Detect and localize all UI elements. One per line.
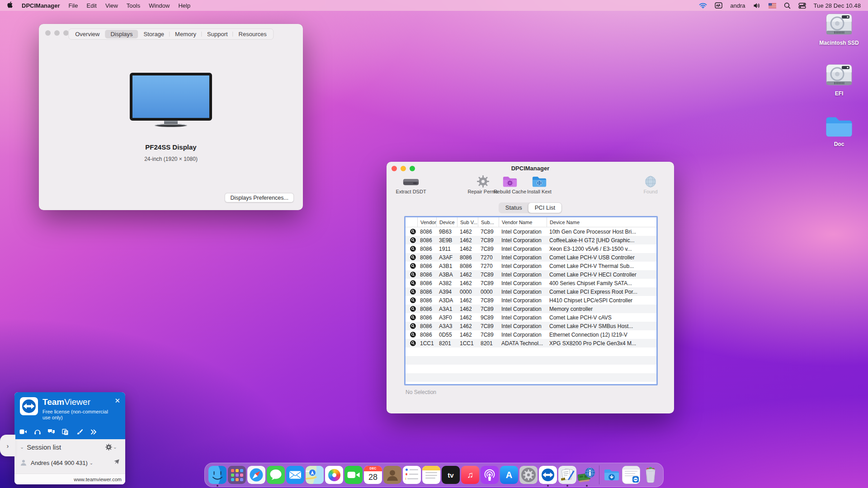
remote-cursor-icon[interactable] xyxy=(113,459,120,467)
dock-contacts[interactable] xyxy=(383,466,401,484)
dock-messages[interactable] xyxy=(267,466,285,484)
table-row[interactable]: 8086A3F014629C89Intel CorporationComet L… xyxy=(406,313,656,322)
table-cell: Intel Corporation xyxy=(499,306,547,312)
dock-safari[interactable] xyxy=(247,466,265,484)
spotlight-search-icon[interactable] xyxy=(784,2,791,9)
column-header[interactable]: Sub V... xyxy=(457,217,478,227)
table-row[interactable]: 8086A38214627C89Intel Corporation400 Ser… xyxy=(406,279,656,287)
paintbrush-icon[interactable] xyxy=(75,428,83,435)
teamviewer-website-link[interactable]: www.teamviewer.com xyxy=(74,477,122,482)
volume-icon[interactable] xyxy=(753,3,761,9)
table-cell: Intel Corporation xyxy=(499,237,547,244)
menu-file[interactable]: File xyxy=(69,2,78,9)
dock-teamviewer[interactable] xyxy=(539,466,557,484)
stats-monitor-icon[interactable] xyxy=(715,2,722,9)
dock-music[interactable]: ♫ xyxy=(461,466,479,484)
zoom-button[interactable] xyxy=(63,30,69,36)
dock-mail[interactable] xyxy=(286,466,304,484)
tab-memory[interactable]: Memory xyxy=(170,30,202,38)
session-user-row[interactable]: Andres (464 900 431) ⌄ xyxy=(14,456,125,469)
monitor-stand-neck xyxy=(164,121,178,124)
menu-edit[interactable]: Edit xyxy=(86,2,96,9)
dock-calendar[interactable]: DEC28 xyxy=(364,466,382,484)
dock-kext-helper[interactable] xyxy=(558,466,576,484)
column-header[interactable]: Vendor Name xyxy=(499,217,547,227)
menu-help[interactable]: Help xyxy=(178,2,190,9)
video-camera-icon[interactable] xyxy=(19,428,27,435)
table-cell: 1462 xyxy=(457,280,478,286)
tab-pci-list[interactable]: PCI List xyxy=(528,203,562,213)
toolbar-label: Extract DSDT xyxy=(396,189,426,194)
table-cell: 8201 xyxy=(436,340,457,347)
table-row[interactable]: 8086A39400000000Intel CorporationComet L… xyxy=(406,287,656,296)
chevron-down-icon[interactable]: ⌄ xyxy=(20,444,24,450)
panel-collapse-handle[interactable]: › xyxy=(0,435,15,456)
more-chevrons-icon[interactable] xyxy=(90,428,97,435)
table-row[interactable]: 8086A3AF80867270Intel CorporationComet L… xyxy=(406,253,656,262)
dock-downloads[interactable] xyxy=(603,466,621,484)
column-header[interactable]: Vendor xyxy=(417,217,436,227)
session-settings[interactable]: ⌄ xyxy=(105,444,120,450)
dock-finder[interactable] xyxy=(208,466,226,484)
tab-displays[interactable]: Displays xyxy=(105,30,138,38)
tab-storage[interactable]: Storage xyxy=(138,30,170,38)
menu-window[interactable]: Window xyxy=(149,2,170,9)
dock-photos[interactable] xyxy=(325,466,343,484)
table-row[interactable]: 80860D5514627C89Intel CorporationEtherne… xyxy=(406,330,656,339)
dock-system-preferences[interactable] xyxy=(519,466,538,484)
dock-podcasts[interactable] xyxy=(481,466,499,484)
desktop-icon-efi[interactable]: EFI xyxy=(818,64,860,97)
table-row[interactable]: 8086A3B180867270Intel CorporationComet L… xyxy=(406,262,656,270)
dock-notes[interactable] xyxy=(422,466,440,484)
tab-overview[interactable]: Overview xyxy=(70,30,105,38)
close-button[interactable] xyxy=(45,30,51,36)
menu-view[interactable]: View xyxy=(105,2,118,9)
desktop-icon-macintosh-ssd[interactable]: Macintosh SSD xyxy=(818,14,860,46)
displays-preferences-button[interactable]: Displays Preferences... xyxy=(225,193,294,202)
table-row[interactable]: 8086A3BA14627C89Intel CorporationComet L… xyxy=(406,270,656,279)
dock-facetime[interactable] xyxy=(344,466,363,484)
tab-resources[interactable]: Resources xyxy=(233,30,272,38)
table-cell: XPG SX8200 Pro PCIe Gen3x4 M... xyxy=(547,340,656,347)
menu-username[interactable]: andra xyxy=(730,2,745,9)
dock-minimized-window[interactable] xyxy=(622,466,640,484)
table-row[interactable]: 80863E9B14627C89Intel CorporationCoffeeL… xyxy=(406,236,656,244)
desktop-icon-doc[interactable]: Doc xyxy=(818,116,860,147)
chevron-down-icon[interactable]: ⌄ xyxy=(90,460,93,465)
session-list-row[interactable]: ⌄ Session list ⌄ xyxy=(14,439,125,455)
toolbar-install-kext[interactable]: Install Kext xyxy=(520,174,558,194)
dock-app-store[interactable]: A xyxy=(500,466,518,484)
menu-clock[interactable]: Tue 28 Dec 10.48 xyxy=(814,2,861,9)
chat-icon[interactable] xyxy=(47,428,55,435)
control-center-icon[interactable] xyxy=(798,3,806,9)
table-row[interactable]: 80869B6314627C89Intel Corporation10th Ge… xyxy=(406,227,656,236)
minimize-button[interactable] xyxy=(54,30,60,36)
toolbar-extract-dsdt[interactable]: Extract DSDT xyxy=(392,174,430,194)
copy-documents-icon[interactable] xyxy=(61,428,69,435)
table-row[interactable]: 1CC182011CC18201ADATA Technol...XPG SX82… xyxy=(406,339,656,347)
input-flag-icon[interactable] xyxy=(769,3,776,8)
menu-app-name[interactable]: DPCIManager xyxy=(22,2,60,9)
apple-menu-icon[interactable] xyxy=(7,1,13,9)
dock-reminders[interactable] xyxy=(403,466,421,484)
dock-dpcimanager[interactable] xyxy=(578,466,596,484)
table-cell: 7C89 xyxy=(478,297,499,304)
table-row[interactable]: 8086A3A114627C89Intel CorporationMemory … xyxy=(406,305,656,313)
dock-launchpad[interactable] xyxy=(228,466,246,484)
close-icon[interactable]: ✕ xyxy=(114,397,120,405)
table-row[interactable]: 8086A3DA14627C89Intel CorporationH410 Ch… xyxy=(406,296,656,305)
menu-tools[interactable]: Tools xyxy=(127,2,140,9)
session-user-label: Andres (464 900 431) xyxy=(31,460,88,466)
dock-maps[interactable] xyxy=(306,466,324,484)
column-header[interactable]: Device Name xyxy=(547,217,656,227)
dock-trash[interactable] xyxy=(642,466,660,484)
column-header[interactable]: Sub... xyxy=(478,217,499,227)
table-row[interactable]: 8086A3A314627C89Intel CorporationComet L… xyxy=(406,322,656,330)
table-row[interactable]: 8086191114627C89Intel CorporationXeon E3… xyxy=(406,244,656,253)
tab-status[interactable]: Status xyxy=(499,203,528,213)
column-header[interactable]: Device xyxy=(436,217,457,227)
dock-tv[interactable]: tv xyxy=(442,466,460,484)
tab-support[interactable]: Support xyxy=(202,30,233,38)
headset-icon[interactable] xyxy=(33,428,41,435)
wifi-icon[interactable] xyxy=(699,3,707,9)
